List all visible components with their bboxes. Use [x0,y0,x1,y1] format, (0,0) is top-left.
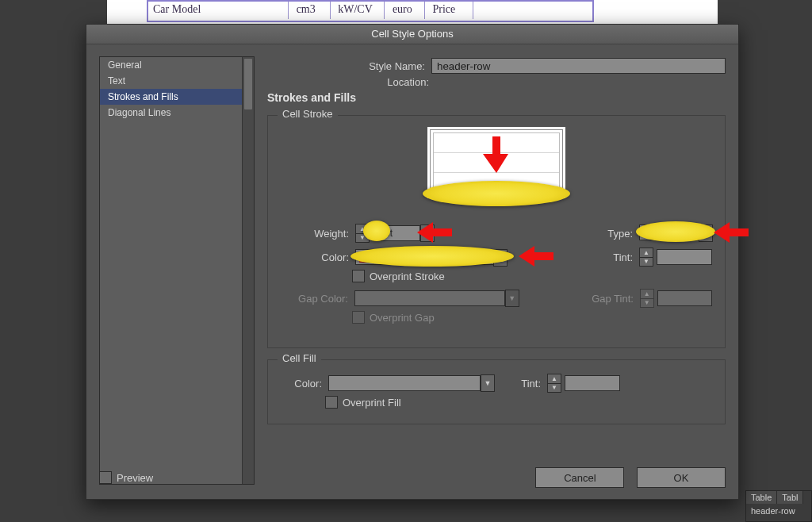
tint-stepper[interactable]: ▲▼ [639,248,653,267]
overprint-gap-label: Overprint Gap [370,312,435,324]
ok-button[interactable]: OK [637,467,726,488]
col-cm3: cm3 [292,2,331,19]
panel-tab-table[interactable]: Table [746,491,777,504]
cell-style-options-dialog: Cell Style Options General Text Strokes … [86,24,739,500]
gap-color-label: Gap Color: [281,293,348,305]
section-title: Strokes and Fills [267,91,726,104]
fill-color-label: Color: [281,378,322,390]
fill-tint-label: Tint: [504,378,541,390]
panel-style-row[interactable]: header-row [746,504,811,518]
fill-tint-stepper[interactable]: ▲▼ [547,374,561,393]
annotation-arrow-color-icon [519,246,553,267]
style-name-input[interactable] [431,58,726,74]
chevron-up-icon[interactable]: ▲ [640,248,653,258]
table-header-row: Car Model cm3 kW/CV euro Price [147,0,594,22]
cell-fill-group: Cell Fill Color: ▼ Tint: ▲▼ Overprint Fi… [267,359,726,424]
cell-styles-panel[interactable]: TableTabl header-row [745,490,812,522]
chevron-up-icon[interactable]: ▲ [548,374,561,384]
scroll-thumb[interactable] [244,59,252,109]
category-list[interactable]: General Text Strokes and Fills Diagonal … [99,56,255,485]
type-label: Type: [462,228,633,240]
gap-tint-field [657,290,712,306]
gap-tint-label: Gap Tint: [519,293,634,305]
overprint-fill-label: Overprint Fill [343,397,401,409]
style-name-label: Style Name: [267,60,425,72]
tint-field[interactable] [657,249,712,265]
col-euro: euro [388,2,425,19]
tint-label: Tint: [546,251,633,263]
cancel-button[interactable]: Cancel [535,467,624,488]
category-general[interactable]: General [100,57,254,73]
gap-color-dropdown: ▼ [505,290,519,307]
chevron-down-icon[interactable]: ▼ [640,258,653,267]
col-car-model: Car Model [148,2,289,19]
fill-color-field[interactable] [328,375,481,391]
location-label: Location: [267,76,429,88]
annotation-arrow-type-icon [714,222,749,243]
cell-stroke-title: Cell Stroke [278,108,338,120]
overprint-gap-checkbox [352,311,365,324]
color-label: Color: [281,251,349,263]
dialog-title: Cell Style Options [86,25,738,44]
cell-fill-title: Cell Fill [278,352,321,364]
gap-tint-stepper: ▲▼ [640,289,654,308]
overprint-stroke-label: Overprint Stroke [370,271,445,282]
col-kwcv: kW/CV [333,2,385,19]
chevron-down-icon[interactable]: ▼ [548,384,561,393]
annotation-arrow-weight-icon [417,222,452,243]
preview-label: Preview [117,472,153,484]
category-text[interactable]: Text [100,73,254,89]
panel-tab-2[interactable]: Tabl [777,491,803,504]
annotation-arrow-down-icon [483,136,510,175]
fill-tint-field[interactable] [565,375,620,391]
weight-label: Weight: [281,228,349,240]
category-strokes-fills[interactable]: Strokes and Fills [100,89,254,105]
preview-checkbox[interactable] [99,471,112,484]
fill-color-dropdown[interactable]: ▼ [481,374,495,392]
overprint-fill-checkbox[interactable] [325,396,338,409]
gap-color-field [354,290,505,306]
col-price: Price [428,2,473,19]
cell-stroke-group: Cell Stroke Weight: ▲▼ [267,115,726,348]
overprint-stroke-checkbox[interactable] [352,270,365,282]
category-diagonal-lines[interactable]: Diagonal Lines [100,105,254,121]
category-scrollbar[interactable] [242,57,254,484]
